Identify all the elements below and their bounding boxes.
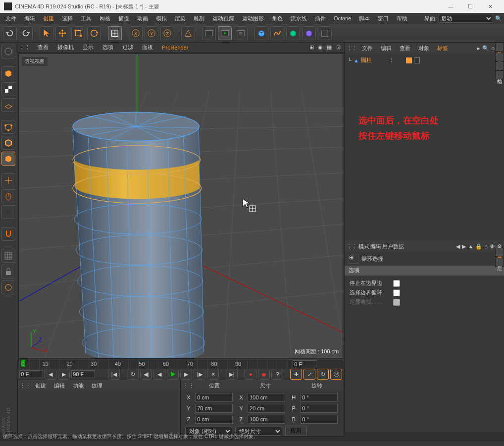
side-tab-内容浏览[interactable]: 内容浏览 bbox=[495, 61, 504, 70]
workplane-grid-button[interactable] bbox=[1, 249, 15, 263]
tree-expand-icon[interactable]: └ bbox=[348, 57, 352, 63]
side-tab2-属性[interactable]: 属性 bbox=[495, 248, 504, 257]
select-tool[interactable] bbox=[40, 26, 53, 40]
goto-end-button[interactable]: ▶| bbox=[226, 369, 238, 380]
coord-apply-button[interactable]: 应用 bbox=[285, 426, 307, 436]
vp-menu-显示[interactable]: 显示 bbox=[79, 43, 97, 52]
coord-2-v3[interactable] bbox=[300, 415, 338, 424]
maximize-button[interactable]: ☐ bbox=[460, 0, 480, 13]
key-rot-button[interactable]: ↻ bbox=[317, 369, 329, 380]
workplane-button[interactable] bbox=[1, 98, 15, 112]
redo-button[interactable] bbox=[19, 26, 33, 40]
obj-menu-标签[interactable]: 标签 bbox=[434, 44, 452, 53]
goto-start-button[interactable]: |◀ bbox=[108, 369, 120, 380]
obj-menu-对象[interactable]: 对象 bbox=[415, 44, 433, 53]
menu-插件[interactable]: 插件 bbox=[311, 14, 329, 23]
frame-end-input[interactable] bbox=[71, 370, 95, 378]
vp-icon-1[interactable]: ⊞ bbox=[307, 44, 315, 52]
edge-mode-button[interactable] bbox=[1, 136, 15, 150]
axis-z-button[interactable]: Z bbox=[160, 26, 174, 40]
attr-up-icon[interactable]: ▲ bbox=[468, 243, 473, 250]
obj-menu-编辑[interactable]: 编辑 bbox=[377, 44, 395, 53]
vp-menu-查看[interactable]: 查看 bbox=[34, 43, 52, 52]
prev-frame-button[interactable]: ◀ bbox=[153, 369, 165, 380]
range-next-button[interactable]: ▶ bbox=[58, 369, 70, 380]
key-param-button[interactable]: Ⓟ bbox=[330, 369, 342, 380]
loop-select-tool[interactable] bbox=[108, 26, 122, 40]
vp-menu-过滤[interactable]: 过滤 bbox=[119, 43, 137, 52]
polygon-mode-button[interactable] bbox=[1, 152, 15, 166]
coord-1-v1[interactable] bbox=[195, 404, 233, 413]
menu-工具[interactable]: 工具 bbox=[77, 14, 95, 23]
coord-1-v2[interactable] bbox=[248, 404, 285, 413]
autokey-button[interactable]: ◉ bbox=[258, 369, 270, 380]
record-button[interactable]: ● bbox=[245, 369, 256, 380]
key-options-button[interactable]: ? bbox=[271, 369, 283, 380]
frame-current-input[interactable] bbox=[293, 360, 316, 368]
attr-check-选择边界循环[interactable] bbox=[393, 289, 400, 296]
render-settings-button[interactable] bbox=[234, 26, 248, 40]
axis-x-button[interactable]: X bbox=[129, 26, 143, 40]
layout-select[interactable]: 启动 bbox=[439, 14, 493, 23]
attr-menu-编辑[interactable]: 编辑 bbox=[370, 243, 381, 250]
coord-2-v2[interactable] bbox=[248, 415, 285, 424]
magnet-button[interactable] bbox=[1, 227, 15, 241]
move-tool[interactable] bbox=[55, 26, 69, 40]
axis-button[interactable] bbox=[1, 173, 15, 187]
generator-button[interactable] bbox=[286, 26, 300, 40]
point-mode-button[interactable] bbox=[1, 120, 15, 134]
vp-menu-选项[interactable]: 选项 bbox=[99, 43, 117, 52]
misc-button[interactable] bbox=[1, 280, 15, 294]
obj-home-icon[interactable]: ⌂ bbox=[491, 45, 495, 52]
side-tab2-层[interactable]: 层 bbox=[495, 258, 504, 267]
spline-button[interactable] bbox=[270, 26, 284, 40]
obj-nav-icon[interactable]: ▸ bbox=[477, 45, 480, 52]
play-button[interactable] bbox=[167, 369, 179, 380]
menu-脚本[interactable]: 脚本 bbox=[355, 14, 373, 23]
range-prev-button[interactable]: ◀ bbox=[45, 369, 56, 380]
undo-button[interactable] bbox=[3, 26, 17, 40]
vp-icon-2[interactable]: ◉ bbox=[316, 44, 324, 52]
viewport[interactable]: 透视视图 bbox=[18, 54, 343, 359]
frame-start-input[interactable] bbox=[19, 370, 43, 378]
menu-文件[interactable]: 文件 bbox=[2, 14, 20, 23]
cycle-button[interactable]: ↻ bbox=[127, 369, 139, 380]
menu-编辑[interactable]: 编辑 bbox=[21, 14, 39, 23]
scale-tool[interactable] bbox=[71, 26, 85, 40]
menu-渲染[interactable]: 渲染 bbox=[171, 14, 189, 23]
next-frame-button[interactable]: ▶ bbox=[180, 369, 192, 380]
model-mode-button[interactable] bbox=[1, 66, 15, 80]
side-tab-结构[interactable]: 结构 bbox=[495, 70, 504, 79]
vp-icon-4[interactable]: ⊡ bbox=[334, 44, 342, 52]
layout-search-icon[interactable]: 🔍 bbox=[495, 15, 502, 22]
attr-back-icon[interactable]: ◀ bbox=[456, 243, 460, 250]
axis-y-button[interactable]: Y bbox=[145, 26, 158, 40]
coord-2-v1[interactable] bbox=[195, 415, 233, 424]
coord-0-v3[interactable] bbox=[300, 393, 338, 402]
texture-mode-button[interactable] bbox=[1, 82, 15, 96]
obj-menu-查看[interactable]: 查看 bbox=[396, 44, 414, 53]
menu-雕刻[interactable]: 雕刻 bbox=[190, 14, 208, 23]
menu-动画[interactable]: 动画 bbox=[134, 14, 151, 23]
menu-创建[interactable]: 创建 bbox=[40, 14, 57, 23]
object-tree[interactable]: └ ▲ 圆柱 ⋮ 选中面后，在空白处 按住左键移动鼠标 bbox=[345, 54, 504, 241]
menu-Octane[interactable]: Octane bbox=[330, 14, 354, 22]
key-scale-button[interactable]: ⤢ bbox=[303, 369, 315, 380]
menu-运动图形[interactable]: 运动图形 bbox=[239, 14, 267, 23]
deformer-button[interactable] bbox=[302, 26, 316, 40]
obj-search-icon[interactable]: 🔍 bbox=[482, 45, 489, 52]
timeline[interactable]: 0102030405060708090 bbox=[17, 360, 344, 369]
vp-menu-面板[interactable]: 面板 bbox=[139, 43, 156, 52]
mat-menu-创建[interactable]: 创建 bbox=[32, 381, 50, 390]
menu-角色[interactable]: 角色 bbox=[268, 14, 286, 23]
attr-fwd-icon[interactable]: ▶ bbox=[462, 243, 466, 250]
make-editable-button[interactable] bbox=[1, 45, 15, 58]
attr-home-icon[interactable]: ⌂ bbox=[484, 243, 488, 250]
coord-0-v1[interactable] bbox=[195, 393, 233, 402]
close-button[interactable]: ✕ bbox=[480, 0, 500, 13]
menu-流水线[interactable]: 流水线 bbox=[287, 14, 310, 23]
attr-menu-模式[interactable]: 模式 bbox=[358, 243, 369, 250]
mat-menu-功能[interactable]: 功能 bbox=[69, 381, 87, 390]
attr-lock-icon[interactable]: 🔒 bbox=[475, 243, 482, 250]
rotate-tool[interactable] bbox=[87, 26, 101, 40]
